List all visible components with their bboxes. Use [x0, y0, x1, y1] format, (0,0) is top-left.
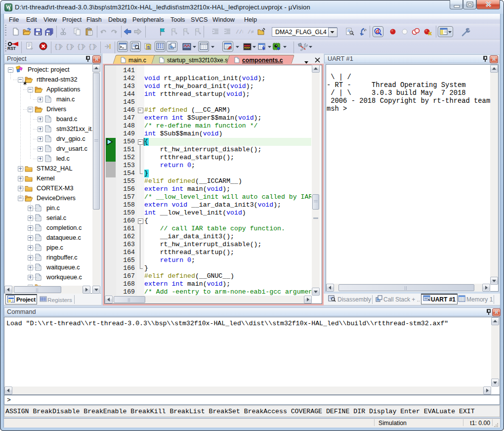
- svg-text://≡: //≡: [236, 29, 243, 35]
- svg-text:RST: RST: [7, 46, 16, 50]
- svg-text:S: S: [147, 45, 150, 50]
- svg-text:/≠: /≠: [248, 29, 254, 35]
- svg-text:d: d: [376, 28, 379, 35]
- svg-text:5: 5: [8, 7, 10, 11]
